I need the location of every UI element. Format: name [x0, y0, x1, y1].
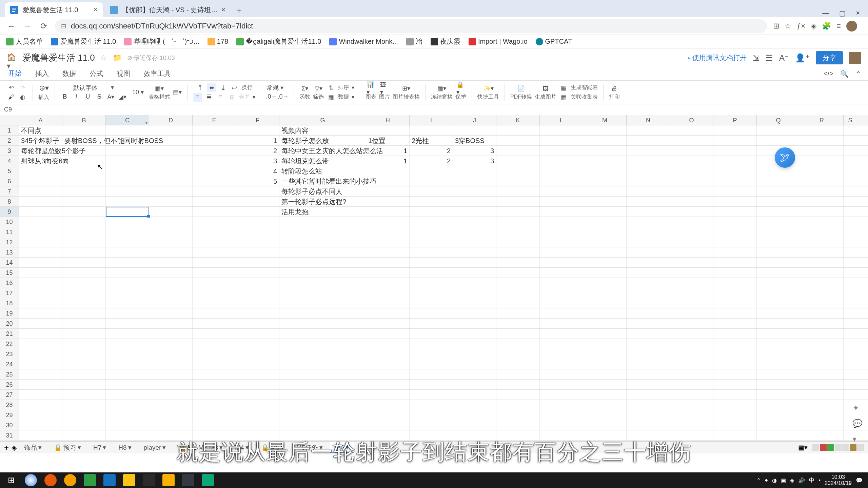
cell[interactable]	[279, 390, 366, 400]
cell[interactable]	[19, 359, 62, 369]
sheet-tab[interactable]: 🔒M5▾	[256, 442, 289, 453]
cell[interactable]	[496, 420, 540, 430]
col-header[interactable]: C▾	[106, 115, 149, 125]
cell[interactable]	[193, 268, 236, 278]
cell[interactable]	[366, 227, 410, 237]
cell[interactable]	[149, 227, 193, 237]
bookmark-item[interactable]: GPTCAT	[536, 38, 572, 45]
bookmark-item[interactable]: 178	[208, 38, 228, 45]
cell[interactable]	[279, 237, 366, 247]
cell[interactable]	[627, 207, 670, 217]
cell[interactable]	[583, 237, 627, 247]
row-header[interactable]: 1	[0, 125, 19, 135]
cell[interactable]	[410, 268, 453, 278]
cell[interactable]	[19, 166, 62, 176]
col-header[interactable]: N	[627, 115, 670, 125]
cell[interactable]	[62, 380, 106, 389]
cell[interactable]	[800, 278, 844, 288]
cell[interactable]	[193, 217, 236, 227]
font-size-select[interactable]: 10 ▾	[132, 88, 146, 96]
cell[interactable]	[627, 298, 670, 308]
cell[interactable]	[627, 390, 670, 400]
cell[interactable]	[670, 186, 713, 196]
cell[interactable]	[19, 197, 62, 206]
underline-icon[interactable]: U	[83, 93, 92, 101]
cell[interactable]	[496, 278, 540, 288]
cell[interactable]	[844, 227, 857, 237]
cell[interactable]	[800, 349, 844, 359]
cell[interactable]: 每轮中女王之灾的人怎么站怎么活	[279, 146, 366, 156]
cell[interactable]	[540, 329, 583, 339]
cell[interactable]	[19, 278, 62, 288]
bookmark-item[interactable]: �galigali魔兽爱生活11.0	[236, 37, 321, 46]
cell[interactable]	[757, 207, 800, 217]
cell[interactable]	[236, 197, 279, 206]
cell[interactable]	[800, 186, 844, 196]
task-wow[interactable]	[139, 472, 159, 488]
cell[interactable]	[713, 349, 757, 359]
strike-icon[interactable]: S	[95, 93, 104, 101]
cell[interactable]	[757, 329, 800, 339]
cell[interactable]	[496, 136, 540, 145]
maximize-icon[interactable]: ▢	[839, 9, 846, 17]
cell[interactable]	[713, 308, 757, 318]
cell[interactable]	[757, 359, 800, 369]
minimize-icon[interactable]: —	[822, 9, 829, 17]
start-button[interactable]: ⊞	[1, 472, 21, 488]
cell[interactable]	[279, 369, 366, 379]
cell[interactable]	[583, 207, 627, 217]
cell[interactable]	[410, 298, 453, 308]
cell[interactable]	[279, 268, 366, 278]
align-mid-icon[interactable]: ⬌	[207, 83, 216, 92]
cell[interactable]	[713, 268, 757, 278]
cell[interactable]	[366, 359, 410, 369]
back-button[interactable]: ←	[6, 21, 16, 31]
cell[interactable]	[193, 247, 236, 257]
cell[interactable]	[540, 136, 583, 145]
site-controls-icon[interactable]: ⊟	[61, 22, 66, 30]
cell[interactable]	[193, 339, 236, 349]
filter-icon[interactable]: ▽▾	[314, 84, 323, 93]
cell[interactable]	[149, 420, 193, 430]
cell[interactable]	[540, 207, 583, 217]
cell[interactable]: 不同点	[19, 125, 62, 135]
cell[interactable]	[19, 400, 62, 410]
cell[interactable]	[800, 420, 844, 430]
cell[interactable]	[62, 420, 106, 430]
tray-icon[interactable]: ▪	[818, 477, 821, 483]
row-header[interactable]: 27	[0, 390, 19, 400]
cell[interactable]	[496, 227, 540, 237]
cell[interactable]	[106, 186, 149, 196]
bookmark-item[interactable]: 人员名单	[6, 37, 43, 46]
cell[interactable]	[627, 166, 670, 176]
cell[interactable]	[713, 125, 757, 135]
search-icon[interactable]: 🔍	[840, 70, 849, 78]
cell[interactable]	[496, 380, 540, 389]
cell[interactable]	[62, 308, 106, 318]
cell[interactable]: 1	[366, 156, 410, 166]
cell[interactable]	[193, 430, 236, 440]
cell[interactable]	[670, 319, 713, 328]
col-header[interactable]: L	[540, 115, 583, 125]
cell[interactable]	[757, 166, 800, 176]
cell[interactable]	[496, 176, 540, 186]
install-icon[interactable]: ⊞	[773, 22, 779, 30]
cell[interactable]	[540, 349, 583, 359]
cell[interactable]	[540, 186, 583, 196]
bookmark-item[interactable]: 夜庆霞	[431, 37, 460, 46]
cell[interactable]	[757, 410, 800, 420]
row-header[interactable]: 21	[0, 329, 19, 339]
cell[interactable]	[627, 339, 670, 349]
cell[interactable]	[670, 268, 713, 278]
cell[interactable]	[800, 369, 844, 379]
cell[interactable]	[844, 308, 857, 318]
cell[interactable]: 一些其它暂时能看出来的小技巧	[279, 176, 366, 186]
cell[interactable]	[62, 156, 106, 166]
cell[interactable]	[713, 380, 757, 389]
cell[interactable]	[627, 227, 670, 237]
profile-avatar[interactable]	[846, 21, 857, 32]
cell[interactable]	[583, 380, 627, 389]
cell[interactable]	[800, 430, 844, 440]
cell[interactable]	[800, 359, 844, 369]
cell[interactable]	[410, 430, 453, 440]
